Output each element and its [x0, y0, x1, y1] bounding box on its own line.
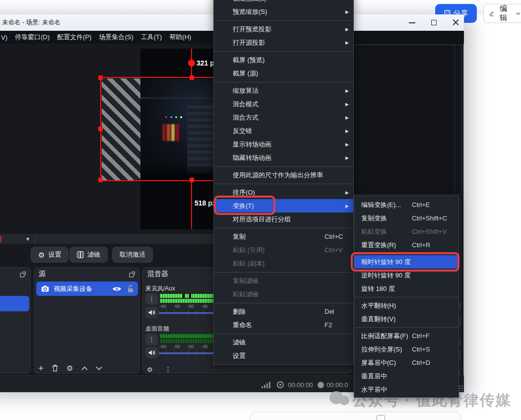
- close-icon[interactable]: [453, 19, 459, 26]
- menubar-item[interactable]: 配置文件(P): [57, 33, 91, 42]
- selection-handle-bottom-left[interactable]: [98, 178, 103, 182]
- menu-item[interactable]: 粘贴滤镜: [214, 287, 353, 301]
- menu-item[interactable]: 垂直翻转(V): [354, 312, 458, 326]
- menu-item[interactable]: 复制Ctrl+C: [214, 230, 353, 243]
- kebab-menu-icon[interactable]: ⋮: [165, 365, 172, 373]
- menubar-item[interactable]: 工具(T): [141, 33, 162, 42]
- menu-item[interactable]: 打开预览投影▶: [214, 22, 353, 36]
- maximize-icon[interactable]: [431, 20, 437, 25]
- menu-item-label: 显示转场动画: [233, 140, 271, 149]
- sources-dock-header: 源: [34, 268, 139, 280]
- menu-item[interactable]: 隐藏转场动画▶: [214, 151, 353, 164]
- menu-item[interactable]: 使用此源的尺寸作为输出分辨率: [214, 168, 353, 182]
- menu-item-shortcut: F2: [325, 321, 332, 329]
- trash-icon[interactable]: [52, 364, 59, 372]
- menu-item[interactable]: 水平翻转(H): [354, 299, 458, 312]
- menu-item[interactable]: 编辑变换(E)...Ctrl+E: [354, 198, 458, 211]
- move-down-icon[interactable]: [96, 366, 102, 370]
- menu-item[interactable]: 删除Del: [214, 305, 353, 318]
- source-row-video-capture[interactable]: 视频采集设备: [36, 281, 138, 296]
- menu-item-label: 粘贴变换: [361, 227, 387, 236]
- dock-float-icon[interactable]: [20, 271, 26, 278]
- kebab-menu-icon[interactable]: ⋮: [145, 334, 158, 345]
- menu-item[interactable]: 混合模式▶: [214, 97, 353, 111]
- menu-separator: [214, 166, 353, 167]
- menu-item-label: 复制滤镜: [233, 277, 259, 285]
- source-settings-button[interactable]: ⚙ 设置: [31, 247, 68, 263]
- selected-scene-row[interactable]: [0, 296, 29, 311]
- menu-separator: [354, 327, 458, 328]
- unlock-icon[interactable]: [127, 284, 134, 293]
- selection-handle-mid-left[interactable]: [98, 127, 103, 131]
- menu-item-label: 打开预览投影: [233, 25, 271, 34]
- advanced-audio-gear-icon[interactable]: ⚙: [147, 366, 153, 373]
- settings-button-label: 设置: [48, 250, 61, 259]
- menu-item-label: 预览缩放(S): [233, 7, 267, 16]
- menu-item[interactable]: 水平居中: [354, 383, 458, 396]
- selection-handle-top-left[interactable]: [98, 75, 103, 80]
- menu-item[interactable]: 预览缩放(S)▶: [214, 5, 353, 18]
- submenu-arrow-icon: ▶: [345, 115, 349, 120]
- menu-item[interactable]: 设置: [214, 349, 353, 362]
- menu-item-label: 编辑变换(E)...: [361, 201, 401, 210]
- submenu-arrow-icon: ▶: [345, 102, 349, 107]
- menu-separator: [214, 272, 353, 273]
- menu-item-label: 垂直居中: [361, 372, 387, 381]
- menu-item[interactable]: 屏幕居中(C)Ctrl+D: [354, 356, 458, 369]
- menu-item[interactable]: 缩放算法▶: [214, 84, 353, 97]
- filters-button-label: 滤镜: [87, 250, 100, 259]
- menu-item[interactable]: 滤镜: [214, 336, 353, 349]
- mixer-toolbar: ⚙ ⋮: [147, 365, 172, 373]
- menu-item[interactable]: 重置变换(R)Ctrl+R: [354, 238, 458, 252]
- menu-item-label: 锁定预览(L): [233, 0, 266, 3]
- annotation-box-rotate-cw: [351, 252, 459, 272]
- add-icon[interactable]: +: [38, 365, 44, 372]
- selection-handle-top-center[interactable]: [190, 75, 194, 80]
- menu-item[interactable]: 比例适配屏幕(F)Ctrl+F: [354, 329, 458, 343]
- speaker-icon[interactable]: [145, 347, 158, 358]
- menu-item[interactable]: 复制变换Ctrl+Shift+C: [354, 211, 458, 225]
- menu-item-label: 打开源投影: [233, 38, 265, 47]
- menu-item[interactable]: 复制滤镜: [214, 274, 353, 287]
- menu-item[interactable]: 垂直居中: [354, 369, 458, 383]
- edit-button[interactable]: 编辑: [483, 4, 521, 23]
- image-upload-icon[interactable]: [377, 415, 385, 420]
- kebab-menu-icon[interactable]: ⋮: [145, 293, 158, 305]
- transform-submenu: 编辑变换(E)...Ctrl+E复制变换Ctrl+Shift+C粘贴变换Ctrl…: [354, 196, 459, 398]
- menubar-item[interactable]: V): [1, 34, 7, 41]
- menu-item[interactable]: 混合方式▶: [214, 111, 353, 124]
- caret-down-icon[interactable]: ▼: [25, 236, 30, 242]
- menu-item[interactable]: 粘贴变换Ctrl+Shift+V: [354, 225, 458, 238]
- menu-item[interactable]: 显示转场动画▶: [214, 138, 353, 151]
- deactivate-button-label: 取消激活: [120, 250, 145, 259]
- menubar-item[interactable]: 场景集合(S): [99, 33, 133, 42]
- menu-item[interactable]: 反交错▶: [214, 124, 353, 138]
- menu-item[interactable]: 截屏 (源): [214, 67, 353, 80]
- menu-item-label: 屏幕居中(C): [361, 358, 396, 367]
- menubar-item[interactable]: 帮助(H): [169, 33, 191, 42]
- minimize-icon[interactable]: [409, 22, 415, 23]
- page-comment-box[interactable]: [250, 412, 461, 420]
- move-up-icon[interactable]: [81, 366, 88, 370]
- dock-float-icon[interactable]: [129, 271, 135, 278]
- deactivate-button[interactable]: 取消激活: [112, 247, 153, 263]
- eye-icon[interactable]: [112, 286, 122, 292]
- menubar-item[interactable]: 停靠窗口(D): [15, 33, 50, 42]
- gear-icon[interactable]: ⚙: [66, 364, 73, 372]
- speaker-icon[interactable]: [145, 307, 158, 318]
- menu-item-shortcut: Ctrl+S: [412, 346, 430, 353]
- menu-item[interactable]: 拉伸到全屏(S)Ctrl+S: [354, 343, 458, 356]
- chevron-down-icon: [516, 12, 521, 15]
- menu-item[interactable]: 旋转 180 度: [354, 282, 458, 295]
- menu-item[interactable]: 重命名F2: [214, 318, 353, 332]
- source-filters-button[interactable]: 滤镜: [69, 247, 108, 263]
- menu-item[interactable]: 锁定预览(L): [214, 0, 353, 5]
- menu-item[interactable]: 打开源投影▶: [214, 36, 353, 49]
- menu-item[interactable]: 粘贴 (引用)Ctrl+V: [214, 243, 353, 257]
- source-selection-rect[interactable]: [100, 77, 230, 181]
- menu-item[interactable]: 截屏 (预览): [214, 53, 353, 67]
- menu-item[interactable]: 粘贴 (副本): [214, 257, 353, 270]
- selection-handle-bottom-center[interactable]: [190, 178, 194, 182]
- menu-item-shortcut: Del: [325, 308, 334, 315]
- record-status-icon: [318, 382, 324, 388]
